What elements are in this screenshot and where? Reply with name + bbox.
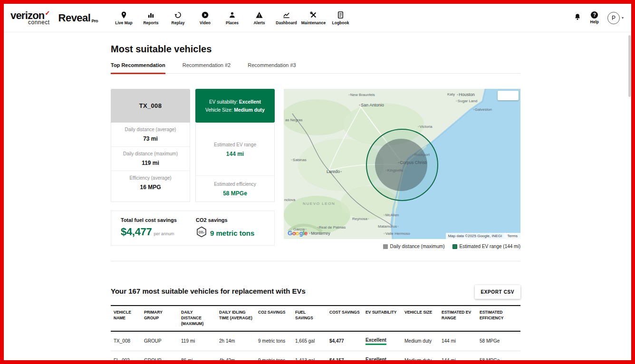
range-map[interactable]: San Antonio New Braunfels Katy Houston S… bbox=[284, 89, 520, 239]
nav-label: Live Map bbox=[115, 20, 132, 25]
places-icon bbox=[228, 10, 236, 19]
nav-label: Places bbox=[226, 20, 239, 25]
nav-label: Maintenance bbox=[301, 20, 326, 25]
fuel-savings-label: Total fuel cost savings bbox=[121, 217, 186, 223]
cell-estimated-efficiency: 58 MPGe bbox=[477, 351, 520, 364]
nav-label: Video bbox=[200, 20, 211, 25]
google-logo: Google bbox=[288, 230, 308, 237]
col-cost-savings[interactable]: COST SAVINGS bbox=[327, 306, 363, 331]
stat-label: Estimated efficiency bbox=[196, 182, 274, 187]
stat-value: 119 mi bbox=[113, 160, 188, 166]
cell-fuel-savings: 1,413 gal bbox=[292, 351, 327, 364]
top-navigation-bar: verizon✓ connect Reveal Pro Live Map Rep… bbox=[4, 4, 631, 32]
co2-savings-label: CO2 savings bbox=[196, 217, 254, 223]
legend-green-swatch bbox=[452, 244, 457, 249]
col-vehicle-size[interactable]: VEHICLE SIZE bbox=[402, 306, 439, 331]
savings-panel: Total fuel cost savings $4,477 per annum… bbox=[111, 211, 275, 246]
export-csv-button[interactable]: EXPORT CSV bbox=[475, 285, 520, 299]
vehicle-name: TX_008 bbox=[111, 89, 190, 123]
nav-label: Reports bbox=[143, 20, 158, 25]
map-attribution: Map data ©2025 Google, INEGI Terms bbox=[446, 233, 520, 239]
map-label: Victoria bbox=[418, 125, 432, 129]
legend-gray-swatch bbox=[383, 244, 388, 249]
cell-vehicle-size: Medium duty bbox=[402, 351, 439, 364]
nav-replay[interactable]: Replay bbox=[164, 10, 192, 25]
map-label: Sabinas bbox=[291, 158, 307, 162]
stat-label: Daily distance (average) bbox=[113, 127, 188, 132]
map-label: as Negras bbox=[285, 118, 302, 122]
nav-dashboard[interactable]: Dashboard bbox=[273, 10, 300, 25]
verizon-connect-logo[interactable]: verizon✓ connect bbox=[10, 10, 50, 25]
nav-logbook[interactable]: Logbook bbox=[327, 10, 354, 25]
user-menu-button[interactable]: P ▾ bbox=[607, 12, 624, 24]
col-daily-distance[interactable]: DAILY DISTANCE (MAXIMUM) bbox=[178, 306, 216, 331]
col-primary-group[interactable]: PRIMARY GROUP bbox=[141, 306, 178, 331]
logbook-icon bbox=[337, 10, 345, 19]
map-terms-link[interactable]: Terms bbox=[504, 233, 520, 239]
table-section-title: Your 167 most suitable vehicles for repl… bbox=[111, 287, 306, 295]
map-label: New Braunfels bbox=[348, 93, 375, 97]
tab-recommendation-3[interactable]: Recommendation #3 bbox=[248, 62, 296, 73]
col-fuel-savings[interactable]: FUEL SAVINGS bbox=[292, 306, 327, 331]
col-vehicle-name[interactable]: VEHICLE NAME bbox=[111, 306, 141, 331]
map-label: Houston bbox=[457, 92, 475, 97]
ev-suitability-label: EV suitability: bbox=[209, 99, 239, 105]
cell-vehicle-name: FL_002 bbox=[111, 351, 141, 364]
notifications-bell-button[interactable] bbox=[573, 13, 582, 23]
nav-places[interactable]: Places bbox=[219, 10, 246, 25]
replay-icon bbox=[174, 10, 182, 19]
maintenance-icon bbox=[309, 10, 318, 19]
map-label: Rockport bbox=[413, 153, 430, 157]
scrollbar[interactable] bbox=[628, 35, 631, 97]
svg-text:CO₂: CO₂ bbox=[199, 230, 205, 234]
cell-vehicle-size: Medium duty bbox=[402, 331, 439, 351]
recommendation-tabs: Top Recommendation Recommendation #2 Rec… bbox=[111, 62, 520, 74]
header-right-controls: ? Help P ▾ bbox=[573, 11, 624, 24]
cell-estimated-efficiency: 58 MPGe bbox=[477, 331, 520, 351]
section-divider bbox=[111, 261, 520, 261]
ev-recommendation-card: EV suitability: Excellent Vehicle Size: … bbox=[195, 89, 275, 202]
help-button[interactable]: ? Help bbox=[590, 11, 599, 24]
nav-live-map[interactable]: Live Map bbox=[110, 10, 137, 25]
map-label: San Antonio bbox=[359, 103, 384, 107]
col-ev-suitability[interactable]: EV SUITABILITY bbox=[363, 306, 402, 331]
map-fullscreen-button[interactable] bbox=[498, 91, 519, 100]
reveal-pro-logo[interactable]: Reveal Pro bbox=[58, 12, 98, 24]
tab-recommendation-2[interactable]: Recommendation #2 bbox=[183, 62, 231, 73]
nav-maintenance[interactable]: Maintenance bbox=[300, 10, 327, 25]
help-label: Help bbox=[590, 19, 599, 24]
map-label: Reynosa bbox=[352, 217, 369, 221]
co2-savings: CO2 savings CO₂ 9 metric tons bbox=[186, 211, 254, 245]
stat-label: Daily distance (maximum) bbox=[113, 151, 188, 156]
table-row[interactable]: FL_002 GROUP 86 mi 4h 42m 9 metric tons … bbox=[111, 351, 520, 364]
table-row[interactable]: TX_008 GROUP 119 mi 2h 14m 9 metric tons… bbox=[111, 331, 520, 351]
main-nav: Live Map Reports Replay Video bbox=[110, 10, 354, 25]
tab-top-recommendation[interactable]: Top Recommendation bbox=[111, 62, 165, 74]
nav-video[interactable]: Video bbox=[192, 10, 219, 25]
cell-primary-group: GROUP bbox=[141, 331, 178, 351]
reports-icon bbox=[147, 10, 155, 19]
col-estimated-efficiency[interactable]: ESTIMATED EFFICIENCY bbox=[477, 306, 520, 331]
dashboard-icon bbox=[282, 10, 290, 19]
app-window: verizon✓ connect Reveal Pro Live Map Rep… bbox=[0, 0, 635, 364]
avatar: P bbox=[607, 12, 620, 24]
stat-value: 73 mi bbox=[113, 135, 188, 142]
cell-estimated-ev-range: 144 mi bbox=[439, 351, 477, 364]
stat-value: 144 mi bbox=[196, 151, 274, 157]
col-co2-savings[interactable]: CO2 SAVINGS bbox=[255, 306, 292, 331]
fuel-savings-value: $4,477 bbox=[121, 226, 152, 238]
stat-value: 58 MPGe bbox=[196, 190, 274, 197]
cell-cost-savings: $4,477 bbox=[327, 331, 363, 351]
vehicle-stats: Daily distance (average) 73 mi Daily dis… bbox=[111, 123, 190, 202]
cell-co2-savings: 9 metric tons bbox=[255, 331, 292, 351]
nav-label: Replay bbox=[172, 20, 185, 25]
cell-ev-suitability: Excellent bbox=[363, 331, 402, 351]
legend-label: Estimated EV range (144 mi) bbox=[460, 244, 520, 249]
nav-alerts[interactable]: Alerts bbox=[246, 10, 273, 25]
map-label: nclova bbox=[284, 198, 295, 202]
suitability-badge: Excellent bbox=[366, 357, 386, 364]
suitability-badge: Excellent bbox=[366, 337, 386, 345]
col-estimated-ev-range[interactable]: ESTIMATED EV RANGE bbox=[439, 306, 477, 331]
col-daily-idling[interactable]: DAILY IDLING TIME (AVERAGE) bbox=[216, 306, 255, 331]
nav-reports[interactable]: Reports bbox=[137, 10, 164, 25]
